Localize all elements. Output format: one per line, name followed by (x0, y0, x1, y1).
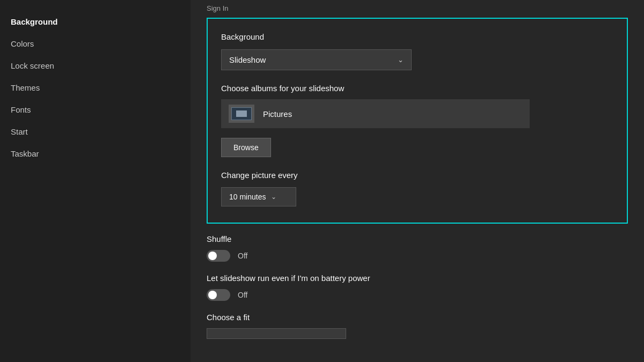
sign-in-label: Sign In (191, 0, 644, 18)
background-dropdown[interactable]: Slideshow ⌄ (221, 49, 412, 70)
sidebar-item-taskbar[interactable]: Taskbar (0, 143, 191, 165)
battery-toggle[interactable] (207, 289, 230, 301)
chevron-down-icon-small: ⌄ (271, 193, 276, 201)
shuffle-toggle-knob (208, 252, 217, 260)
sidebar-item-fonts[interactable]: Fonts (0, 99, 191, 121)
battery-toggle-row: Off (207, 289, 628, 301)
background-label: Background (221, 32, 613, 41)
shuffle-toggle[interactable] (207, 250, 230, 262)
shuffle-toggle-row: Off (207, 250, 628, 262)
interval-value: 10 minutes (229, 193, 266, 201)
choose-fit-dropdown[interactable] (207, 328, 346, 339)
sidebar-item-background[interactable]: Background (0, 11, 191, 33)
change-picture-label: Change picture every (221, 171, 613, 180)
albums-label: Choose albums for your slideshow (221, 84, 613, 93)
battery-toggle-knob (208, 291, 217, 299)
shuffle-toggle-text: Off (238, 252, 247, 260)
interval-dropdown[interactable]: 10 minutes ⌄ (221, 187, 296, 206)
shuffle-label: Shuffle (207, 234, 628, 243)
focused-box: Background Slideshow ⌄ Choose albums for… (207, 18, 628, 224)
browse-button[interactable]: Browse (221, 138, 271, 157)
main-content: Sign In Background Slideshow ⌄ Choose al… (191, 0, 644, 362)
background-dropdown-value: Slideshow (229, 55, 266, 64)
sidebar-item-themes[interactable]: Themes (0, 77, 191, 99)
sidebar-item-start[interactable]: Start (0, 121, 191, 143)
choose-fit-label: Choose a fit (207, 313, 628, 322)
pictures-thumbnail (229, 105, 254, 123)
pictures-name: Pictures (263, 109, 292, 119)
shuffle-section: Shuffle Off (191, 234, 644, 262)
pictures-item[interactable]: Pictures (221, 99, 530, 128)
choose-fit-section: Choose a fit (191, 313, 644, 341)
sidebar-item-lock-screen[interactable]: Lock screen (0, 55, 191, 77)
chevron-down-icon: ⌄ (398, 56, 404, 64)
battery-toggle-text: Off (238, 291, 247, 299)
battery-section: Let slideshow run even if I'm on battery… (191, 274, 644, 301)
battery-label: Let slideshow run even if I'm on battery… (207, 274, 628, 283)
sidebar-item-colors[interactable]: Colors (0, 33, 191, 55)
sidebar: Background Colors Lock screen Themes Fon… (0, 0, 191, 362)
